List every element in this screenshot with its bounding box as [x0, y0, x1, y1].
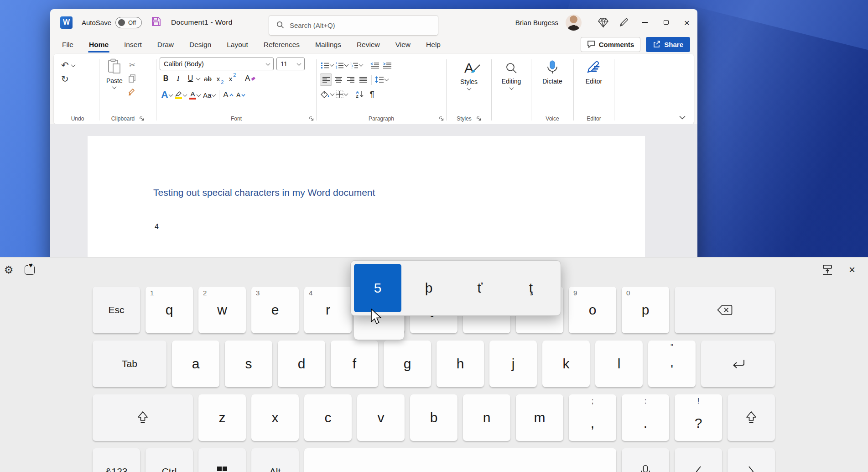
font-color-button[interactable]: A [188, 89, 202, 101]
bold-button[interactable]: B [160, 72, 172, 85]
format-painter-button[interactable] [128, 87, 136, 98]
shading-button[interactable] [320, 88, 335, 100]
font-size-combobox[interactable]: 11 [276, 58, 305, 70]
tab-review[interactable]: Review [356, 38, 381, 52]
key-l[interactable]: l [595, 341, 643, 387]
key-m[interactable]: m [516, 394, 563, 441]
key-v[interactable]: v [357, 394, 405, 441]
font-dialog-launcher[interactable] [309, 116, 314, 121]
styles-dialog-launcher[interactable] [476, 116, 481, 121]
key-x[interactable]: x [251, 394, 299, 441]
key-n[interactable]: n [463, 394, 510, 441]
key-e[interactable]: 3e [251, 287, 299, 333]
decrease-indent-button[interactable] [369, 59, 381, 71]
strikethrough-button[interactable]: ab [202, 72, 214, 85]
key-ctrl[interactable]: Ctrl [146, 448, 193, 472]
tab-help[interactable]: Help [425, 38, 442, 52]
popup-option-3[interactable]: ť [456, 264, 504, 312]
key-w[interactable]: 2w [198, 287, 246, 333]
paragraph-dialog-launcher[interactable] [439, 116, 444, 121]
emoji-panel-button[interactable]: ♥ [22, 263, 37, 277]
key-symbols[interactable]: &123 [93, 448, 140, 472]
key-windows[interactable] [198, 448, 246, 472]
keyboard-settings-button[interactable]: ⚙ [1, 263, 16, 277]
key-microphone[interactable] [622, 448, 669, 472]
key-f[interactable]: f [331, 341, 378, 387]
key-k[interactable]: k [542, 341, 590, 387]
key-esc[interactable]: Esc [93, 287, 140, 333]
key-z[interactable]: z [198, 394, 246, 441]
change-case-button[interactable]: Aa [202, 89, 217, 101]
key-g[interactable]: g [384, 341, 431, 387]
key-arrow-left[interactable] [675, 448, 722, 472]
borders-button[interactable] [335, 88, 348, 100]
tab-layout[interactable]: Layout [226, 38, 249, 52]
copy-button[interactable] [128, 73, 136, 84]
user-avatar[interactable] [566, 15, 582, 31]
align-center-button[interactable] [332, 73, 344, 86]
editor-button[interactable]: Editor [580, 57, 608, 113]
keyboard-dock-button[interactable] [820, 263, 835, 277]
key-alt[interactable]: Alt [251, 448, 299, 472]
justify-button[interactable] [357, 73, 369, 86]
tab-design[interactable]: Design [188, 38, 212, 52]
key-backspace[interactable] [675, 287, 775, 333]
document-page[interactable]: Testing out special characters in my Wor… [88, 136, 645, 265]
collapse-ribbon-chevron[interactable] [679, 115, 686, 120]
key-p[interactable]: 0p [622, 287, 669, 333]
cut-button[interactable]: ✂ [128, 59, 136, 70]
comments-button[interactable]: Comments [581, 37, 641, 52]
highlight-button[interactable] [174, 89, 188, 101]
tab-file[interactable]: File [61, 38, 74, 52]
key-period[interactable]: :. [622, 394, 669, 441]
popup-option-2[interactable]: þ [405, 264, 452, 312]
italic-button[interactable]: I [172, 72, 184, 85]
grow-font-button[interactable]: A [222, 89, 234, 101]
diamond-icon[interactable] [593, 9, 613, 36]
popup-option-4[interactable]: ţ [507, 264, 555, 312]
tab-insert[interactable]: Insert [123, 38, 143, 52]
search-box[interactable]: Search (Alt+Q) [269, 15, 438, 36]
key-c[interactable]: c [304, 394, 352, 441]
minimize-button[interactable] [634, 9, 655, 36]
key-apostrophe[interactable]: "' [648, 341, 696, 387]
sort-button[interactable]: AZ [353, 88, 366, 100]
show-formatting-button[interactable]: ¶ [366, 88, 378, 100]
key-r[interactable]: 4r [304, 287, 352, 333]
key-b[interactable]: b [410, 394, 457, 441]
align-right-button[interactable] [344, 73, 357, 86]
bullets-button[interactable] [320, 59, 334, 71]
tab-references[interactable]: References [263, 38, 301, 52]
redo-button[interactable]: ↻ [59, 72, 96, 86]
undo-button[interactable]: ↶ [59, 58, 96, 72]
paste-button[interactable]: Paste [103, 57, 126, 113]
key-arrow-right[interactable] [728, 448, 775, 472]
share-button[interactable]: Share [646, 37, 690, 52]
key-space[interactable] [304, 448, 616, 472]
popup-option-1-selected[interactable]: 5 [354, 264, 401, 312]
superscript-button[interactable]: x2 [226, 72, 239, 85]
align-left-button[interactable] [320, 73, 332, 86]
save-icon[interactable] [151, 16, 161, 28]
increase-indent-button[interactable] [381, 59, 393, 71]
key-h[interactable]: h [437, 341, 484, 387]
key-a[interactable]: a [172, 341, 219, 387]
keyboard-close-button[interactable]: × [844, 263, 860, 277]
numbering-button[interactable]: 123 [334, 59, 349, 71]
multilevel-list-button[interactable]: 1ai [349, 59, 364, 71]
clipboard-dialog-launcher[interactable] [139, 116, 144, 121]
key-enter[interactable] [701, 341, 775, 387]
autosave-control[interactable]: AutoSave Off [82, 17, 142, 28]
underline-button[interactable]: U [184, 72, 197, 85]
key-question[interactable]: !? [675, 394, 722, 441]
user-name[interactable]: Brian Burgess [515, 19, 558, 26]
key-comma[interactable]: ;, [569, 394, 616, 441]
key-s[interactable]: s [225, 341, 272, 387]
dictate-button[interactable]: Dictate [537, 57, 568, 113]
font-name-combobox[interactable]: Calibri (Body) [160, 58, 274, 70]
clear-formatting-button[interactable]: A [244, 72, 257, 85]
tab-view[interactable]: View [395, 38, 411, 52]
editing-button[interactable]: Editing [496, 57, 527, 113]
shrink-font-button[interactable]: A [235, 89, 247, 101]
tab-mailings[interactable]: Mailings [314, 38, 342, 52]
